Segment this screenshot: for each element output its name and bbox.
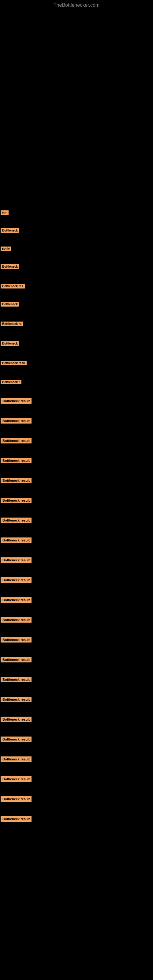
bottleneck-label[interactable]: Bottleneck result: [1, 637, 32, 643]
list-item: Bottleneck result: [0, 496, 153, 504]
bottleneck-results-container: Bott Bottleneck Bottle Bottleneck Bottle…: [0, 208, 153, 835]
bottleneck-label[interactable]: Bottleneck result: [1, 418, 32, 423]
bottleneck-label[interactable]: Bottleneck result: [1, 517, 32, 523]
bottleneck-label[interactable]: Bottleneck result: [1, 557, 32, 563]
bottleneck-label[interactable]: Bottleneck result: [1, 697, 32, 702]
list-item: Bottleneck: [0, 339, 153, 347]
bottleneck-label[interactable]: Bottleneck result: [1, 538, 32, 543]
list-item: Bottleneck result: [0, 735, 153, 743]
list-item: Bottleneck re: [0, 320, 153, 327]
list-item: Bottleneck result: [0, 576, 153, 584]
list-item: Bottleneck result: [0, 477, 153, 484]
list-item: Bottleneck result: [0, 556, 153, 564]
bottleneck-label[interactable]: Bottleneck result: [1, 737, 32, 742]
bottleneck-label[interactable]: Bottleneck resu: [1, 361, 27, 365]
chart-area: [0, 9, 153, 193]
list-item: Bottleneck result: [0, 775, 153, 783]
bottleneck-label[interactable]: Bottleneck re: [1, 321, 23, 326]
bottleneck-label[interactable]: Bottleneck result: [1, 776, 32, 782]
bottleneck-label[interactable]: Bottleneck result: [1, 438, 32, 444]
bottleneck-label[interactable]: Bottleneck result: [1, 796, 32, 802]
list-item: Bottleneck result: [0, 437, 153, 444]
list-item: Bottleneck result: [0, 596, 153, 604]
list-item: Bottleneck result: [0, 755, 153, 763]
bottleneck-label[interactable]: Bottleneck result: [1, 458, 32, 463]
list-item: Bottleneck: [0, 226, 153, 234]
bottleneck-label[interactable]: Bott: [1, 210, 9, 215]
bottleneck-label[interactable]: Bottleneck result: [1, 597, 32, 603]
bottleneck-label[interactable]: Bottleneck result: [1, 398, 32, 404]
bottleneck-label[interactable]: Bottleneck res: [1, 284, 25, 288]
list-item: Bottleneck result: [0, 676, 153, 683]
bottleneck-label[interactable]: Bottleneck result: [1, 617, 32, 623]
list-item: Bott: [0, 208, 153, 216]
list-item: Bottleneck result: [0, 656, 153, 663]
bottleneck-label[interactable]: Bottleneck: [1, 302, 19, 307]
list-item: Bottleneck: [0, 300, 153, 307]
list-item: Bottleneck result: [0, 397, 153, 404]
list-item: Bottleneck result: [0, 536, 153, 544]
list-item: Bottleneck r: [0, 378, 153, 385]
list-item: Bottle: [0, 244, 153, 252]
list-item: Bottleneck result: [0, 636, 153, 643]
list-item: Bottleneck result: [0, 715, 153, 723]
list-item: Bottleneck result: [0, 795, 153, 803]
site-title: TheBottlenecker.com: [0, 0, 153, 9]
bottleneck-label[interactable]: Bottleneck: [1, 228, 19, 233]
bottleneck-label[interactable]: Bottleneck result: [1, 478, 32, 483]
bottleneck-label[interactable]: Bottleneck result: [1, 498, 32, 503]
list-item: Bottleneck result: [0, 457, 153, 464]
list-item: Bottleneck result: [0, 417, 153, 425]
list-item: Bottleneck result: [0, 815, 153, 822]
list-item: Bottleneck result: [0, 616, 153, 624]
bottleneck-label[interactable]: Bottleneck result: [1, 677, 32, 682]
bottleneck-label[interactable]: Bottleneck result: [1, 577, 32, 583]
bottleneck-label[interactable]: Bottle: [1, 247, 11, 251]
bottleneck-label[interactable]: Bottleneck result: [1, 756, 32, 762]
bottleneck-label[interactable]: Bottleneck: [1, 264, 19, 269]
list-item: Bottleneck result: [0, 695, 153, 703]
list-item: Bottleneck res: [0, 282, 153, 290]
bottleneck-label[interactable]: Bottleneck result: [1, 717, 32, 722]
bottleneck-label[interactable]: Bottleneck r: [1, 380, 21, 384]
list-item: Bottleneck result: [0, 516, 153, 524]
bottleneck-label[interactable]: Bottleneck: [1, 341, 19, 346]
list-item: Bottleneck resu: [0, 359, 153, 366]
bottleneck-label[interactable]: Bottleneck result: [1, 816, 32, 822]
bottleneck-label[interactable]: Bottleneck result: [1, 657, 32, 662]
list-item: Bottleneck: [0, 262, 153, 270]
